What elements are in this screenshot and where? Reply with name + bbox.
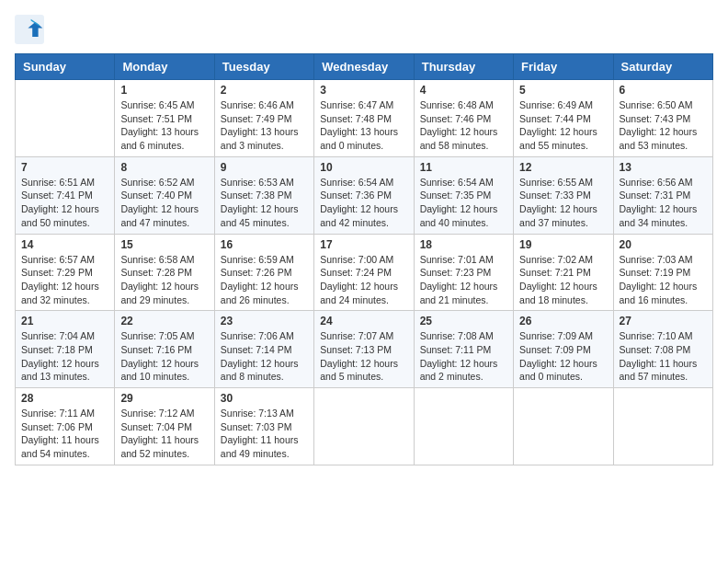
calendar-cell	[514, 388, 613, 465]
calendar-cell: 15Sunrise: 6:58 AM Sunset: 7:28 PM Dayli…	[115, 234, 214, 311]
day-number: 10	[320, 161, 407, 174]
day-number: 20	[620, 238, 707, 251]
day-number: 4	[420, 84, 507, 97]
day-number: 28	[21, 392, 108, 405]
day-number: 3	[320, 84, 407, 97]
calendar-cell: 22Sunrise: 7:05 AM Sunset: 7:16 PM Dayli…	[115, 311, 214, 388]
calendar-week-row: 1Sunrise: 6:45 AM Sunset: 7:51 PM Daylig…	[16, 80, 713, 157]
calendar-cell: 27Sunrise: 7:10 AM Sunset: 7:08 PM Dayli…	[613, 311, 712, 388]
day-number: 29	[120, 392, 208, 405]
calendar-cell: 20Sunrise: 7:03 AM Sunset: 7:19 PM Dayli…	[613, 234, 712, 311]
calendar-cell: 16Sunrise: 6:59 AM Sunset: 7:26 PM Dayli…	[214, 234, 313, 311]
calendar-cell	[314, 388, 414, 465]
day-info: Sunrise: 7:06 AM Sunset: 7:14 PM Dayligh…	[221, 329, 308, 384]
day-info: Sunrise: 6:54 AM Sunset: 7:36 PM Dayligh…	[320, 176, 407, 230]
day-number: 11	[420, 161, 507, 174]
day-info: Sunrise: 6:46 AM Sunset: 7:49 PM Dayligh…	[221, 98, 308, 153]
calendar-header-row: SundayMondayTuesdayWednesdayThursdayFrid…	[16, 54, 713, 80]
day-number: 14	[21, 238, 108, 251]
day-number: 13	[620, 161, 707, 174]
day-number: 22	[120, 315, 208, 327]
day-of-week-header: Wednesday	[314, 54, 414, 80]
page-header	[15, 15, 713, 44]
day-info: Sunrise: 7:03 AM Sunset: 7:19 PM Dayligh…	[620, 253, 707, 307]
logo	[15, 15, 48, 44]
day-of-week-header: Sunday	[16, 54, 115, 80]
day-number: 17	[320, 238, 407, 251]
day-number: 18	[420, 238, 507, 251]
calendar-week-row: 28Sunrise: 7:11 AM Sunset: 7:06 PM Dayli…	[16, 388, 713, 465]
day-info: Sunrise: 6:54 AM Sunset: 7:35 PM Dayligh…	[420, 176, 507, 230]
calendar-cell: 7Sunrise: 6:51 AM Sunset: 7:41 PM Daylig…	[16, 156, 115, 234]
day-info: Sunrise: 7:13 AM Sunset: 7:03 PM Dayligh…	[221, 407, 308, 461]
calendar-cell: 29Sunrise: 7:12 AM Sunset: 7:04 PM Dayli…	[115, 388, 214, 465]
day-info: Sunrise: 6:49 AM Sunset: 7:44 PM Dayligh…	[519, 98, 607, 153]
calendar-cell: 13Sunrise: 6:56 AM Sunset: 7:31 PM Dayli…	[613, 156, 712, 234]
day-number: 24	[320, 315, 407, 327]
day-info: Sunrise: 6:53 AM Sunset: 7:38 PM Dayligh…	[221, 176, 308, 230]
day-of-week-header: Thursday	[414, 54, 513, 80]
calendar-cell: 8Sunrise: 6:52 AM Sunset: 7:40 PM Daylig…	[115, 156, 214, 234]
day-info: Sunrise: 7:02 AM Sunset: 7:21 PM Dayligh…	[519, 253, 607, 307]
calendar-cell: 11Sunrise: 6:54 AM Sunset: 7:35 PM Dayli…	[414, 156, 513, 234]
day-info: Sunrise: 7:00 AM Sunset: 7:24 PM Dayligh…	[320, 253, 407, 307]
calendar-cell: 1Sunrise: 6:45 AM Sunset: 7:51 PM Daylig…	[115, 80, 214, 157]
day-info: Sunrise: 7:11 AM Sunset: 7:06 PM Dayligh…	[21, 407, 108, 461]
day-number: 19	[519, 238, 607, 251]
day-info: Sunrise: 6:59 AM Sunset: 7:26 PM Dayligh…	[221, 253, 308, 307]
day-info: Sunrise: 6:48 AM Sunset: 7:46 PM Dayligh…	[420, 98, 507, 153]
calendar-cell: 10Sunrise: 6:54 AM Sunset: 7:36 PM Dayli…	[314, 156, 414, 234]
day-number: 26	[519, 315, 607, 327]
day-number: 6	[620, 84, 707, 97]
day-number: 5	[519, 84, 607, 97]
day-number: 15	[120, 238, 208, 251]
day-number: 21	[21, 315, 108, 327]
calendar-cell: 25Sunrise: 7:08 AM Sunset: 7:11 PM Dayli…	[414, 311, 513, 388]
day-info: Sunrise: 7:07 AM Sunset: 7:13 PM Dayligh…	[320, 329, 407, 384]
day-number: 23	[221, 315, 308, 327]
day-info: Sunrise: 6:56 AM Sunset: 7:31 PM Dayligh…	[620, 176, 707, 230]
day-of-week-header: Saturday	[613, 54, 712, 80]
calendar-cell	[613, 388, 712, 465]
day-info: Sunrise: 7:04 AM Sunset: 7:18 PM Dayligh…	[21, 329, 108, 384]
calendar-cell: 4Sunrise: 6:48 AM Sunset: 7:46 PM Daylig…	[414, 80, 513, 157]
day-of-week-header: Monday	[115, 54, 214, 80]
day-info: Sunrise: 6:55 AM Sunset: 7:33 PM Dayligh…	[519, 176, 607, 230]
day-number: 25	[420, 315, 507, 327]
calendar-week-row: 14Sunrise: 6:57 AM Sunset: 7:29 PM Dayli…	[16, 234, 713, 311]
day-info: Sunrise: 7:10 AM Sunset: 7:08 PM Dayligh…	[620, 329, 707, 384]
day-number: 2	[221, 84, 308, 97]
day-info: Sunrise: 6:57 AM Sunset: 7:29 PM Dayligh…	[21, 253, 108, 307]
calendar-table: SundayMondayTuesdayWednesdayThursdayFrid…	[15, 53, 713, 465]
day-info: Sunrise: 6:51 AM Sunset: 7:41 PM Dayligh…	[21, 176, 108, 230]
calendar-cell: 9Sunrise: 6:53 AM Sunset: 7:38 PM Daylig…	[214, 156, 313, 234]
calendar-cell: 24Sunrise: 7:07 AM Sunset: 7:13 PM Dayli…	[314, 311, 414, 388]
day-number: 27	[620, 315, 707, 327]
calendar-cell: 3Sunrise: 6:47 AM Sunset: 7:48 PM Daylig…	[314, 80, 414, 157]
calendar-week-row: 21Sunrise: 7:04 AM Sunset: 7:18 PM Dayli…	[16, 311, 713, 388]
day-number: 7	[21, 161, 108, 174]
calendar-cell: 21Sunrise: 7:04 AM Sunset: 7:18 PM Dayli…	[16, 311, 115, 388]
calendar-cell: 17Sunrise: 7:00 AM Sunset: 7:24 PM Dayli…	[314, 234, 414, 311]
svg-rect-0	[15, 15, 44, 44]
calendar-cell: 23Sunrise: 7:06 AM Sunset: 7:14 PM Dayli…	[214, 311, 313, 388]
day-number: 12	[519, 161, 607, 174]
day-info: Sunrise: 6:58 AM Sunset: 7:28 PM Dayligh…	[120, 253, 208, 307]
day-info: Sunrise: 7:12 AM Sunset: 7:04 PM Dayligh…	[120, 407, 208, 461]
day-number: 1	[120, 84, 208, 97]
day-number: 16	[221, 238, 308, 251]
logo-icon	[15, 15, 44, 44]
day-number: 9	[221, 161, 308, 174]
calendar-cell: 30Sunrise: 7:13 AM Sunset: 7:03 PM Dayli…	[214, 388, 313, 465]
day-info: Sunrise: 6:50 AM Sunset: 7:43 PM Dayligh…	[620, 98, 707, 153]
day-info: Sunrise: 6:47 AM Sunset: 7:48 PM Dayligh…	[320, 98, 407, 153]
day-info: Sunrise: 7:09 AM Sunset: 7:09 PM Dayligh…	[519, 329, 607, 384]
calendar-cell: 18Sunrise: 7:01 AM Sunset: 7:23 PM Dayli…	[414, 234, 513, 311]
calendar-cell: 28Sunrise: 7:11 AM Sunset: 7:06 PM Dayli…	[16, 388, 115, 465]
day-number: 8	[120, 161, 208, 174]
day-info: Sunrise: 7:01 AM Sunset: 7:23 PM Dayligh…	[420, 253, 507, 307]
day-of-week-header: Friday	[514, 54, 613, 80]
calendar-cell: 14Sunrise: 6:57 AM Sunset: 7:29 PM Dayli…	[16, 234, 115, 311]
calendar-cell: 2Sunrise: 6:46 AM Sunset: 7:49 PM Daylig…	[214, 80, 313, 157]
day-number: 30	[221, 392, 308, 405]
